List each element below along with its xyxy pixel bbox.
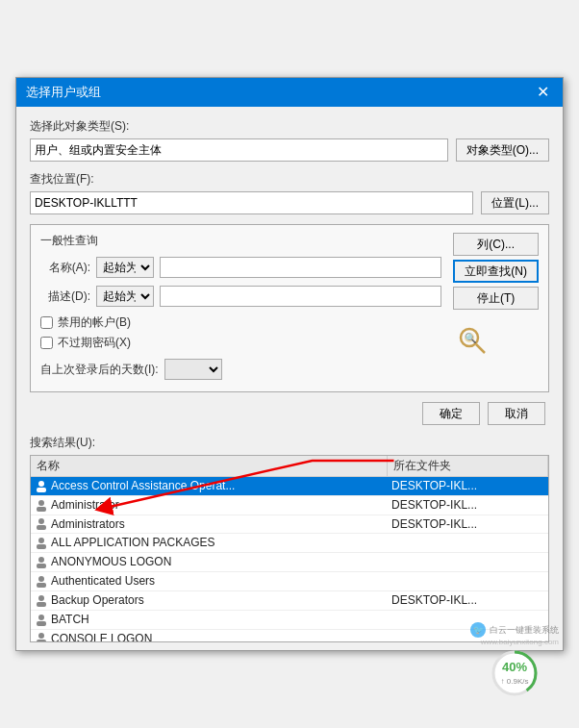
cell-folder: [388, 610, 548, 629]
results-table-wrapper[interactable]: 名称 所在文件夹 Access Control Assistance Opera…: [30, 455, 549, 642]
svg-point-12: [38, 557, 44, 563]
cell-folder: DESKTOP-IKL...: [388, 515, 548, 534]
results-table: 名称 所在文件夹 Access Control Assistance Opera…: [31, 456, 548, 642]
table-row[interactable]: AdministratorDESKTOP-IKL...: [31, 495, 548, 515]
circle-progress-container: 40% ↑ 0.9K/s: [490, 648, 540, 698]
select-user-dialog: 选择用户或组 ✕ 选择此对象类型(S): 对象类型(O)... 查找位置(F):…: [15, 77, 564, 651]
cell-name: Administrators: [31, 515, 388, 534]
cell-name: ANONYMOUS LOGON: [31, 553, 388, 572]
object-type-label: 选择此对象类型(S):: [30, 118, 549, 135]
title-bar: 选择用户或组 ✕: [16, 78, 563, 107]
col-folder-header[interactable]: 所在文件夹: [388, 456, 548, 477]
col-name-header[interactable]: 名称: [31, 456, 388, 477]
cell-name: BATCH: [31, 610, 388, 629]
svg-point-8: [38, 518, 44, 524]
name-query-select[interactable]: 起始为: [96, 257, 154, 278]
location-label: 查找位置(F):: [30, 171, 549, 188]
svg-rect-21: [37, 640, 46, 642]
location-row: 位置(L)...: [30, 191, 549, 214]
checkbox-disabled-row: 禁用的帐户(B): [40, 314, 441, 331]
dialog-title: 选择用户或组: [26, 84, 101, 101]
desc-query-row: 描述(D): 起始为: [40, 286, 441, 307]
cell-folder: [388, 572, 548, 591]
cell-name: Backup Operators: [31, 590, 388, 610]
cell-folder: [388, 629, 548, 642]
location-button[interactable]: 位置(L)...: [481, 191, 549, 214]
checkbox-noexpiry-label: 不过期密码(X): [58, 335, 131, 351]
table-row[interactable]: CONSOLE LOGON: [31, 629, 548, 642]
right-buttons: 列(C)... 立即查找(N) 停止(T) 🔍: [453, 233, 539, 360]
svg-point-14: [38, 576, 44, 582]
cancel-button[interactable]: 取消: [488, 402, 545, 425]
object-type-button[interactable]: 对象类型(O)...: [456, 138, 549, 162]
search-icon: 🔍: [456, 324, 489, 357]
cell-name: Administrator: [31, 495, 388, 515]
close-button[interactable]: ✕: [533, 85, 553, 100]
table-row[interactable]: AdministratorsDESKTOP-IKL...: [31, 515, 548, 534]
cell-name: Access Control Assistance Operat...: [31, 477, 388, 496]
progress-speed: ↑ 0.9K/s: [501, 677, 529, 686]
svg-rect-15: [37, 583, 46, 588]
table-row[interactable]: Authenticated Users: [31, 572, 548, 591]
object-type-row: 对象类型(O)...: [30, 138, 549, 162]
cell-folder: [388, 534, 548, 553]
table-row[interactable]: BATCH: [31, 610, 548, 629]
days-label: 自上次登录后的天数(I):: [40, 362, 159, 378]
table-row[interactable]: Access Control Assistance Operat...DESKT…: [31, 477, 548, 496]
desc-query-select[interactable]: 起始为: [96, 286, 154, 307]
progress-percent: 40%: [502, 660, 527, 674]
cell-name: Authenticated Users: [31, 572, 388, 591]
checkbox-disabled-label: 禁用的帐户(B): [58, 314, 131, 331]
table-row[interactable]: ALL APPLICATION PACKAGES: [31, 534, 548, 553]
cell-folder: [388, 553, 548, 572]
table-row[interactable]: Backup OperatorsDESKTOP-IKL...: [31, 590, 548, 610]
cell-name: ALL APPLICATION PACKAGES: [31, 534, 388, 553]
cell-folder: DESKTOP-IKL...: [388, 590, 548, 610]
svg-line-1: [476, 344, 485, 353]
dialog-content: 选择此对象类型(S): 对象类型(O)... 查找位置(F): 位置(L)...…: [16, 107, 563, 650]
checkbox-disabled[interactable]: [40, 316, 53, 329]
general-query-title: 一般性查询: [40, 233, 441, 249]
svg-rect-19: [37, 621, 46, 626]
svg-text:🔍: 🔍: [465, 332, 477, 344]
object-type-input[interactable]: [30, 138, 448, 162]
name-query-row: 名称(A): 起始为: [40, 257, 441, 278]
svg-point-4: [38, 481, 44, 487]
name-query-input[interactable]: [160, 257, 441, 278]
svg-rect-13: [37, 564, 46, 568]
svg-rect-5: [37, 488, 46, 492]
svg-rect-17: [37, 602, 46, 607]
search-icon-box: 🔍: [453, 321, 491, 360]
svg-point-10: [38, 538, 44, 543]
days-row: 自上次登录后的天数(I):: [40, 359, 441, 380]
query-left: 一般性查询 名称(A): 起始为 描述(D): 起始为: [40, 233, 441, 380]
svg-point-16: [38, 595, 44, 601]
table-row[interactable]: ANONYMOUS LOGON: [31, 553, 548, 572]
ok-button[interactable]: 确定: [422, 402, 480, 425]
cell-folder: DESKTOP-IKL...: [388, 495, 548, 515]
svg-rect-11: [37, 544, 46, 549]
days-select[interactable]: [164, 359, 222, 380]
svg-point-20: [38, 633, 44, 639]
checkbox-noexpiry[interactable]: [40, 337, 53, 349]
svg-point-6: [38, 500, 44, 506]
desc-query-label: 描述(D):: [40, 289, 90, 305]
results-label: 搜索结果(U):: [30, 435, 549, 451]
stop-button[interactable]: 停止(T): [453, 287, 539, 310]
checkbox-noexpiry-row: 不过期密码(X): [40, 335, 441, 351]
location-input[interactable]: [30, 191, 473, 214]
name-query-label: 名称(A):: [40, 260, 90, 276]
svg-point-18: [38, 615, 44, 620]
desc-query-input[interactable]: [160, 286, 441, 307]
cell-name: CONSOLE LOGON: [31, 629, 388, 642]
col-button[interactable]: 列(C)...: [453, 233, 539, 256]
progress-circle: 40% ↑ 0.9K/s: [490, 648, 540, 698]
cell-folder: DESKTOP-IKL...: [388, 477, 548, 496]
svg-rect-7: [37, 507, 46, 512]
search-now-button[interactable]: 立即查找(N): [453, 260, 539, 283]
general-query-box: 一般性查询 名称(A): 起始为 描述(D): 起始为: [30, 224, 549, 392]
confirm-row: 确定 取消: [30, 402, 549, 425]
svg-rect-9: [37, 525, 46, 530]
